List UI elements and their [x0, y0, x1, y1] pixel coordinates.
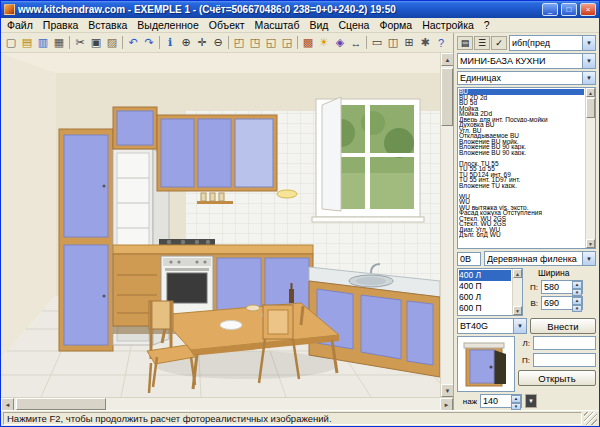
catalog-check-icon[interactable]: ✓ — [491, 36, 507, 50]
scroll-down-icon[interactable]: ▼ — [513, 306, 522, 315]
catalog-list-scrollbar[interactable]: ▲ ▼ — [585, 88, 595, 248]
catalog-panel: ▤☰✓ ибп(пред ▼ МИНИ-БАЗА КУХНИ ▼ Единица… — [453, 33, 599, 410]
spin-up-icon[interactable]: ▲ — [572, 297, 582, 305]
materials-icon[interactable]: ◈ — [332, 34, 348, 51]
open-button[interactable]: Открыть — [518, 370, 596, 386]
preview-row: Л: П: Открыть — [457, 336, 596, 392]
menu-item[interactable]: Сцена — [333, 18, 374, 32]
menu-item[interactable]: ? — [479, 18, 495, 32]
menu-item[interactable]: Форма — [374, 18, 417, 32]
size-item[interactable]: 400 Л — [459, 270, 511, 281]
zoom-in-icon[interactable]: ⊕ — [178, 34, 194, 51]
title-bar[interactable]: www.kitchendraw.com - EXEMPLE 1 - (Счёт=… — [1, 1, 599, 18]
menu-item[interactable]: Масштаб — [250, 18, 305, 32]
size-scroll-track[interactable] — [513, 278, 522, 306]
new-icon[interactable]: ▢ — [3, 34, 19, 51]
dropdown-arrow-icon[interactable]: ▼ — [513, 319, 526, 333]
lighting-icon[interactable]: ☀ — [316, 34, 332, 51]
height2-field[interactable]: 690 ▲ ▼ — [541, 296, 583, 310]
door-tool-icon[interactable]: ◫ — [385, 34, 401, 51]
units-combo[interactable]: Единицах ▼ — [457, 71, 596, 85]
menu-item[interactable]: Вид — [304, 18, 333, 32]
catalog-item[interactable]: Дълг. 6пД WU — [459, 232, 584, 238]
scroll-up-icon[interactable]: ▲ — [513, 269, 522, 278]
height-options-button[interactable]: ▼ — [525, 394, 537, 408]
height-field[interactable]: 140 ▲ ▼ — [480, 394, 522, 408]
menu-item[interactable]: Правка — [38, 18, 83, 32]
resize-grip[interactable] — [584, 412, 597, 425]
dropdown-arrow-icon[interactable]: ▼ — [582, 54, 595, 68]
close-button[interactable]: × — [580, 3, 596, 16]
size-item[interactable]: 600 П — [459, 303, 511, 314]
canvas-horizontal-scrollbar[interactable]: ◄ ► — [1, 397, 453, 410]
width-field[interactable]: 580 ▲ ▼ — [541, 280, 583, 294]
width-spinner[interactable]: ▲ ▼ — [572, 281, 582, 293]
catalog-combo[interactable]: МИНИ-БАЗА КУХНИ ▼ — [457, 53, 596, 69]
horizontal-scroll-thumb[interactable] — [16, 398, 106, 410]
right-field[interactable] — [533, 353, 596, 367]
paste-icon[interactable]: ▨ — [104, 34, 120, 51]
cut-icon[interactable]: ✂ — [72, 34, 88, 51]
panel-style-combo[interactable]: Деревянная филенка ▼ — [484, 251, 596, 266]
list-scroll-thumb[interactable] — [586, 98, 595, 118]
app-icon — [4, 4, 15, 15]
3d-view-icon[interactable]: ◲ — [279, 34, 295, 51]
size-item[interactable]: 600 Л — [459, 292, 511, 303]
dimensions-icon[interactable]: ↔ — [348, 34, 364, 51]
status-bar: Нажмите F2, чтобы продолжить расчет фото… — [1, 410, 599, 426]
info-icon[interactable]: ℹ — [162, 34, 178, 51]
catalog-item-list: BUBU 2D 2dBU 5dМойкаМойка 2DdДверь для и… — [457, 87, 596, 249]
canvas-vertical-scrollbar[interactable]: ▲ ▼ — [440, 53, 453, 397]
dropdown-arrow-icon[interactable]: ▼ — [582, 36, 595, 50]
catalog-open-icon[interactable]: ▤ — [457, 36, 473, 50]
elevation-view-icon[interactable]: ◳ — [247, 34, 263, 51]
spin-up-icon[interactable]: ▲ — [511, 395, 521, 403]
vertical-scroll-thumb[interactable] — [441, 68, 453, 126]
help-icon[interactable]: ? — [433, 34, 449, 51]
redo-icon[interactable]: ↷ — [141, 34, 157, 51]
model-combo[interactable]: ВТ40G ▼ — [457, 318, 527, 334]
pan-icon[interactable]: ✛ — [194, 34, 210, 51]
menu-item[interactable]: Настройка — [417, 18, 479, 32]
plan-view-icon[interactable]: ◰ — [231, 34, 247, 51]
render-icon[interactable]: ▩ — [300, 34, 316, 51]
zoom-out-icon[interactable]: ⊖ — [210, 34, 226, 51]
scroll-down-icon[interactable]: ▼ — [586, 239, 595, 248]
vertical-scroll-track[interactable] — [441, 66, 453, 384]
size-list-scrollbar[interactable]: ▲ ▼ — [512, 269, 522, 315]
menu-item[interactable]: Файл — [2, 18, 38, 32]
perspective-view-icon[interactable]: ◱ — [263, 34, 279, 51]
minimize-button[interactable]: _ — [542, 3, 558, 16]
height-spinner[interactable]: ▲ ▼ — [511, 395, 521, 407]
list-scroll-track[interactable] — [586, 97, 595, 239]
menu-item[interactable]: Вставка — [83, 18, 132, 32]
spin-down-icon[interactable]: ▼ — [572, 289, 582, 297]
copy-icon[interactable]: ▣ — [88, 34, 104, 51]
spin-down-icon[interactable]: ▼ — [572, 305, 582, 313]
left-field[interactable] — [533, 336, 596, 350]
height2-spinner[interactable]: ▲ ▼ — [572, 297, 582, 309]
size-item[interactable]: 400 П — [459, 281, 511, 292]
scroll-up-icon[interactable]: ▲ — [586, 88, 595, 97]
dropdown-arrow-icon[interactable]: ▼ — [582, 72, 595, 84]
horizontal-scroll-track[interactable] — [14, 398, 440, 410]
settings-icon[interactable]: ✱ — [417, 34, 433, 51]
window-tool-icon[interactable]: ⊞ — [401, 34, 417, 51]
catalog-list-icon[interactable]: ☰ — [474, 36, 490, 50]
open-icon[interactable]: ▤ — [19, 34, 35, 51]
maximize-button[interactable]: □ — [561, 3, 577, 16]
wall-tool-icon[interactable]: ▭ — [369, 34, 385, 51]
menu-item[interactable]: Объект — [204, 18, 250, 32]
section-code-field[interactable]: 0В — [457, 252, 481, 266]
insert-button[interactable]: Внести — [530, 318, 596, 334]
item-preview[interactable] — [457, 336, 515, 392]
undo-icon[interactable]: ↶ — [125, 34, 141, 51]
pricelist-combo[interactable]: ибп(пред ▼ — [509, 35, 596, 51]
design-canvas[interactable] — [1, 53, 440, 397]
save-icon[interactable]: ▥ — [35, 34, 51, 51]
menu-item[interactable]: Выделенное — [132, 18, 203, 32]
spin-up-icon[interactable]: ▲ — [572, 281, 582, 289]
dropdown-arrow-icon[interactable]: ▼ — [582, 252, 595, 265]
spin-down-icon[interactable]: ▼ — [511, 403, 521, 411]
print-icon[interactable]: ▦ — [51, 34, 67, 51]
